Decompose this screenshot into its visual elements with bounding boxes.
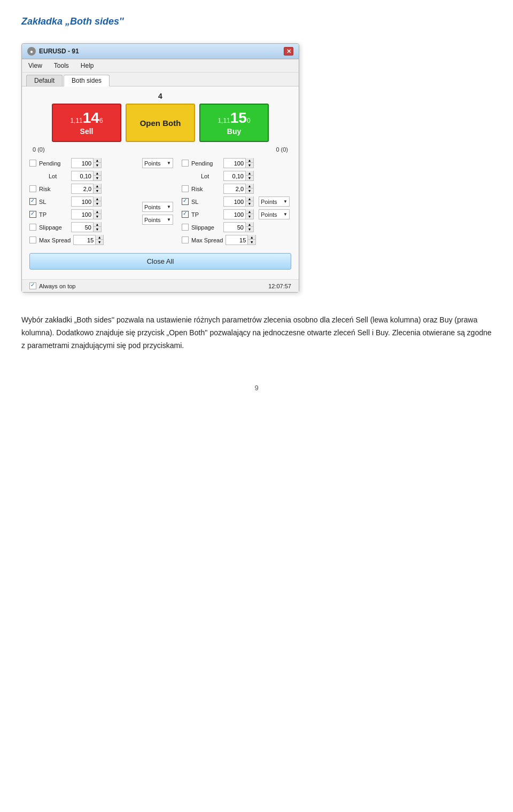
right-lot-spin[interactable]: ▲ ▼: [245, 171, 253, 181]
close-all-button[interactable]: Close All: [29, 253, 291, 270]
left-risk-checkbox[interactable]: [29, 185, 36, 192]
right-sl-input-wrap: 100 ▲ ▼: [223, 196, 254, 207]
right-sl-spin[interactable]: ▲ ▼: [245, 196, 253, 207]
menu-view[interactable]: View: [26, 61, 44, 70]
left-lot-up[interactable]: ▲: [94, 171, 101, 176]
right-slippage-spin[interactable]: ▲ ▼: [245, 222, 253, 232]
right-pending-checkbox[interactable]: [182, 160, 189, 167]
close-button[interactable]: ✕: [284, 47, 293, 56]
right-maxspread-row: Max Spread 15 ▲ ▼: [182, 235, 291, 245]
left-sl-dropdown[interactable]: Points ▼: [142, 202, 173, 212]
right-sl-input[interactable]: 100: [224, 197, 245, 206]
left-risk-row: Risk 2,0 ▲ ▼: [29, 184, 139, 194]
left-pending-up[interactable]: ▲: [94, 158, 101, 163]
right-lot-up[interactable]: ▲: [246, 171, 253, 176]
tab-both-sides[interactable]: Both sides: [64, 75, 110, 86]
right-maxspread-input-wrap: 15 ▲ ▼: [226, 235, 256, 245]
right-tp-spin[interactable]: ▲ ▼: [245, 209, 253, 219]
right-risk-spin[interactable]: ▲ ▼: [245, 184, 253, 194]
left-risk-down[interactable]: ▼: [94, 188, 101, 193]
buy-status: 0 (0): [276, 146, 288, 153]
counter-display: 4: [29, 92, 291, 100]
left-risk-input[interactable]: 2,0: [72, 184, 93, 193]
right-lot-down[interactable]: ▼: [246, 176, 253, 180]
right-pending-input[interactable]: 100: [224, 159, 245, 168]
left-lot-down[interactable]: ▼: [94, 176, 101, 180]
right-sl-dropdown[interactable]: Points ▼: [259, 196, 290, 207]
buy-price-big: 15: [230, 111, 247, 125]
right-sl-down[interactable]: ▼: [246, 201, 253, 206]
left-tp-dropdown[interactable]: Points ▼: [142, 215, 173, 225]
description-para1: Wybór zakładki „Both sides'' pozwala na …: [21, 314, 492, 352]
left-slippage-spin[interactable]: ▲ ▼: [93, 222, 101, 232]
left-tp-input[interactable]: 100: [72, 210, 93, 219]
menu-help[interactable]: Help: [79, 61, 96, 70]
tab-default[interactable]: Default: [26, 75, 63, 86]
right-maxspread-up[interactable]: ▲: [248, 235, 255, 240]
left-risk-up[interactable]: ▲: [94, 184, 101, 188]
left-slippage-up[interactable]: ▲: [94, 222, 101, 227]
right-maxspread-down[interactable]: ▼: [248, 240, 255, 245]
left-slippage-down[interactable]: ▼: [94, 227, 101, 232]
right-tp-dropdown[interactable]: Points ▼: [259, 209, 290, 219]
left-lot-input[interactable]: 0,10: [72, 171, 93, 180]
left-tp-down[interactable]: ▼: [94, 214, 101, 219]
buy-price-display: 1,11 15 0: [217, 111, 250, 125]
left-pending-input[interactable]: 100: [72, 159, 93, 168]
left-pending-checkbox[interactable]: [29, 160, 36, 167]
right-tp-checkbox[interactable]: [182, 211, 189, 218]
left-sl-input[interactable]: 100: [72, 197, 93, 206]
right-risk-checkbox[interactable]: [182, 185, 189, 192]
left-lot-spin[interactable]: ▲ ▼: [93, 171, 101, 181]
open-both-button[interactable]: Open Both: [126, 104, 195, 142]
right-tp-up[interactable]: ▲: [246, 209, 253, 214]
right-maxspread-input[interactable]: 15: [226, 235, 247, 245]
left-pending-spin[interactable]: ▲ ▼: [93, 158, 101, 168]
always-on-top-checkbox[interactable]: [29, 282, 36, 289]
right-risk-input[interactable]: 2,0: [224, 184, 245, 193]
left-maxspread-row: Max Spread 15 ▲ ▼: [29, 235, 139, 245]
right-sl-dropdown-label: Points: [261, 199, 277, 205]
right-maxspread-spin[interactable]: ▲ ▼: [247, 235, 255, 245]
left-risk-spin[interactable]: ▲ ▼: [93, 184, 101, 194]
left-tp-spin[interactable]: ▲ ▼: [93, 209, 101, 219]
right-tp-down[interactable]: ▼: [246, 214, 253, 219]
right-tp-input[interactable]: 100: [224, 210, 245, 219]
right-slippage-checkbox[interactable]: [182, 224, 189, 231]
right-pending-up[interactable]: ▲: [246, 158, 253, 163]
left-pending-dropdown[interactable]: Points ▼: [142, 158, 173, 168]
left-maxspread-up[interactable]: ▲: [96, 235, 103, 240]
status-row: 0 (0) 0 (0): [29, 145, 291, 154]
right-risk-up[interactable]: ▲: [246, 184, 253, 188]
right-tp-label: TP: [191, 211, 221, 218]
right-sl-checkbox[interactable]: [182, 198, 189, 205]
left-sl-spin[interactable]: ▲ ▼: [93, 196, 101, 207]
left-maxspread-input[interactable]: 15: [74, 235, 95, 245]
left-maxspread-down[interactable]: ▼: [96, 240, 103, 245]
left-tp-checkbox[interactable]: [29, 211, 36, 218]
right-pending-down[interactable]: ▼: [246, 163, 253, 168]
sell-button[interactable]: 1,11 14 6 Sell: [52, 104, 121, 142]
left-tp-up[interactable]: ▲: [94, 209, 101, 214]
left-slippage-checkbox[interactable]: [29, 224, 36, 231]
right-risk-down[interactable]: ▼: [246, 188, 253, 193]
right-lot-input[interactable]: 0,10: [224, 171, 245, 180]
left-maxspread-checkbox[interactable]: [29, 236, 36, 243]
left-sl-dropdown-arrow: ▼: [167, 204, 171, 209]
left-slippage-input[interactable]: 50: [72, 223, 93, 232]
left-sl-checkbox[interactable]: [29, 198, 36, 205]
right-maxspread-checkbox[interactable]: [182, 236, 189, 243]
left-sl-up[interactable]: ▲: [94, 196, 101, 201]
buy-price-tiny: 0: [247, 117, 251, 124]
right-slippage-up[interactable]: ▲: [246, 222, 253, 227]
right-slippage-input[interactable]: 50: [224, 223, 245, 232]
left-maxspread-spin[interactable]: ▲ ▼: [95, 235, 103, 245]
buy-button[interactable]: 1,11 15 0 Buy: [199, 104, 269, 142]
left-pending-down[interactable]: ▼: [94, 163, 101, 168]
left-sl-down[interactable]: ▼: [94, 201, 101, 206]
left-pending-row: Pending 100 ▲ ▼: [29, 158, 139, 168]
menu-tools[interactable]: Tools: [52, 61, 71, 70]
right-slippage-down[interactable]: ▼: [246, 227, 253, 232]
right-sl-up[interactable]: ▲: [246, 196, 253, 201]
right-pending-spin[interactable]: ▲ ▼: [245, 158, 253, 168]
